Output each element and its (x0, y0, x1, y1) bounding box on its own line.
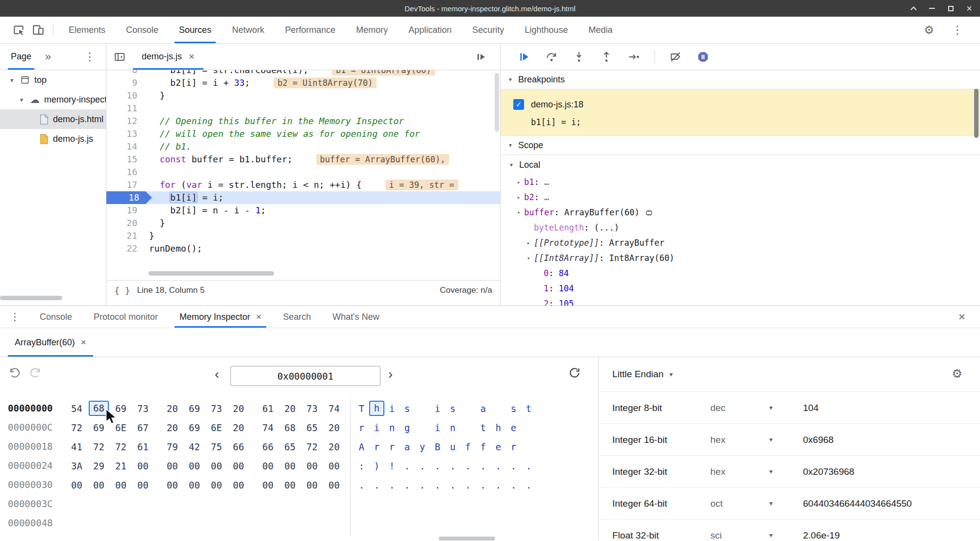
tree-item-memory-inspector-glitch-me[interactable]: ▾☁memory-inspector.glitch.me (0, 90, 106, 109)
pretty-print-icon[interactable]: { } (114, 285, 130, 296)
dock-chevron-up-icon[interactable] (909, 4, 917, 12)
ascii-cell[interactable]: . (445, 480, 460, 490)
settings-gear-icon[interactable]: ⚙ (919, 24, 939, 37)
ascii-cell[interactable]: f (476, 441, 491, 452)
tree-expanded-icon[interactable]: ▾ (8, 77, 16, 84)
scope-item-1[interactable]: 1: 104 (501, 281, 980, 296)
byte-cell[interactable]: 74 (323, 403, 345, 414)
line-number[interactable]: 12 (106, 115, 145, 128)
format-select[interactable]: sci (710, 519, 722, 541)
ascii-cell[interactable]: . (476, 480, 491, 490)
byte-cell[interactable]: 00 (132, 461, 154, 471)
line-number[interactable]: 22 (106, 242, 145, 255)
step-into-icon[interactable] (572, 50, 586, 64)
byte-cell[interactable]: 21 (110, 461, 132, 471)
byte-cell[interactable]: 00 (183, 480, 205, 490)
previous-page-icon[interactable]: ‹ (215, 367, 219, 382)
toolbar-tab-sources[interactable]: Sources (169, 17, 222, 43)
byte-cell[interactable]: 75 (205, 441, 227, 452)
toolbar-tab-console[interactable]: Console (116, 17, 169, 43)
ascii-cell[interactable]: . (400, 461, 415, 471)
byte-cell[interactable]: 00 (205, 461, 227, 471)
drawer-menu-icon[interactable]: ⋮ (10, 311, 29, 323)
history-back-icon[interactable] (8, 366, 22, 380)
ascii-cell[interactable]: t (476, 422, 491, 433)
step-out-icon[interactable] (600, 50, 613, 64)
byte-cell[interactable]: 73 (132, 403, 154, 414)
scope-item-buffer[interactable]: ▾buffer: ArrayBuffer(60) (501, 205, 980, 220)
format-select[interactable]: hex (710, 424, 726, 456)
ascii-cell[interactable]: . (445, 461, 460, 471)
ascii-cell[interactable]: . (384, 480, 400, 490)
ascii-cell[interactable]: r (384, 441, 400, 452)
byte-cell[interactable]: 74 (257, 422, 279, 433)
byte-cell[interactable]: 00 (301, 480, 323, 490)
byte-cell[interactable]: 66 (257, 441, 279, 452)
byte-cell[interactable]: 41 (66, 441, 88, 452)
line-number[interactable]: 13 (106, 128, 145, 140)
byte-cell[interactable]: 00 (132, 480, 154, 490)
format-select[interactable]: oct (710, 488, 723, 519)
scope-local-section[interactable]: ▾ Local (501, 155, 980, 175)
line-number[interactable]: 20 (106, 217, 145, 230)
execution-line-number[interactable]: 18 (106, 191, 152, 204)
deactivate-breakpoints-icon[interactable] (669, 50, 682, 64)
byte-cell[interactable]: 68 (279, 422, 301, 433)
byte-cell[interactable]: 20 (227, 422, 250, 433)
tree-collapsed-icon[interactable]: ▸ (523, 235, 534, 251)
more-tabs-icon[interactable]: » (39, 51, 57, 63)
byte-cell[interactable]: 00 (227, 480, 250, 490)
toolbar-tab-performance[interactable]: Performance (275, 17, 346, 43)
chevron-down-icon[interactable]: ▾ (769, 424, 773, 456)
ascii-cell[interactable]: . (415, 480, 430, 490)
byte-cell[interactable]: 00 (88, 480, 110, 490)
device-toolbar-icon[interactable] (28, 17, 48, 43)
ascii-cell[interactable]: . (460, 480, 476, 490)
code-viewport[interactable]: 8910111213141516171819202122 b1[i] = str… (106, 70, 500, 270)
ascii-cell[interactable]: s (506, 403, 521, 414)
toolbar-tab-lighthouse[interactable]: Lighthouse (514, 17, 578, 43)
ascii-cell[interactable]: i (430, 422, 445, 433)
byte-cell[interactable]: 00 (66, 480, 88, 490)
ascii-cell[interactable]: . (521, 480, 536, 490)
tree-expanded-icon[interactable]: ▾ (513, 205, 524, 220)
scope-item-prototype[interactable]: ▸[[Prototype]]: ArrayBuffer (501, 235, 980, 251)
pause-on-exceptions-icon[interactable] (696, 50, 710, 64)
byte-cell[interactable]: 73 (301, 403, 323, 414)
byte-cell[interactable]: 00 (110, 480, 132, 490)
byte-cell[interactable]: 72 (301, 441, 323, 452)
inspect-element-icon[interactable] (9, 17, 28, 43)
byte-cell[interactable]: 00 (323, 461, 345, 471)
line-number[interactable]: 17 (106, 179, 145, 191)
ascii-cell[interactable]: a (400, 441, 415, 452)
byte-cell[interactable]: 73 (205, 403, 227, 414)
byte-cell[interactable]: 72 (110, 441, 132, 452)
ascii-cell[interactable]: . (491, 480, 506, 490)
line-number[interactable]: 15 (106, 153, 145, 166)
byte-cell[interactable]: 66 (227, 441, 250, 452)
ascii-cell[interactable]: B (430, 441, 445, 452)
toolbar-tab-memory[interactable]: Memory (346, 17, 398, 43)
ascii-cell[interactable]: u (445, 441, 460, 452)
drawer-tab-protocol-monitor[interactable]: Protocol monitor (83, 306, 169, 328)
byte-cell[interactable]: 61 (132, 441, 154, 452)
drawer-tab-what-s-new[interactable]: What's New (322, 306, 390, 328)
tree-item-demo-js-html[interactable]: demo-js.html (0, 109, 106, 129)
byte-cell[interactable]: 20 (161, 403, 183, 414)
ascii-cell[interactable]: t (521, 403, 536, 414)
chevron-down-icon[interactable]: ▾ (769, 456, 773, 488)
byte-cell[interactable]: 3A (66, 461, 88, 471)
scope-item-int8array[interactable]: ▾[[Int8Array]]: Int8Array(60) (501, 251, 980, 266)
scope-section-header[interactable]: ▾ Scope (501, 136, 980, 155)
ascii-cell[interactable]: r (354, 422, 369, 433)
ascii-cell[interactable]: g (400, 422, 415, 433)
step-over-icon[interactable] (545, 50, 558, 64)
ascii-cell[interactable]: . (430, 461, 445, 471)
byte-cell[interactable]: 20 (323, 441, 345, 452)
toolbar-tab-elements[interactable]: Elements (58, 17, 116, 43)
byte-cell[interactable]: 61 (257, 403, 279, 414)
scope-item-2[interactable]: 2: 105 (501, 296, 980, 306)
byte-cell[interactable]: 00 (301, 461, 323, 471)
scope-item-b2[interactable]: ▸b2: … (501, 190, 980, 205)
ascii-cell[interactable]: f (460, 441, 476, 452)
